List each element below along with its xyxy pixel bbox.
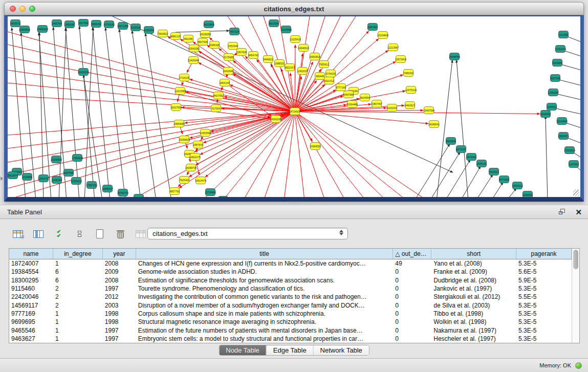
table-row[interactable]: 1456911722003Disruption of a novel membe… bbox=[9, 301, 572, 309]
network-node[interactable]: 7857224 bbox=[229, 28, 239, 35]
network-node[interactable]: 20206505 bbox=[51, 156, 61, 163]
network-node[interactable]: 1588520 bbox=[274, 59, 285, 67]
network-node[interactable]: 20364486 bbox=[347, 100, 357, 108]
network-node[interactable]: 1527602 bbox=[78, 19, 89, 27]
network-node[interactable]: 891295 bbox=[183, 35, 193, 42]
network-node[interactable]: 2367608 bbox=[236, 48, 247, 56]
column-header[interactable]: pagerank bbox=[516, 249, 572, 259]
network-node[interactable]: 9446821 bbox=[263, 55, 273, 63]
new-column-button[interactable] bbox=[93, 227, 106, 240]
network-node[interactable]: 10973403 bbox=[396, 55, 406, 63]
network-node[interactable]: 19654985 bbox=[174, 120, 184, 127]
network-node[interactable]: 16648784 bbox=[449, 53, 460, 60]
network-node[interactable]: 9860125 bbox=[170, 32, 181, 40]
delete-column-button[interactable] bbox=[114, 227, 127, 240]
network-node[interactable]: 20553819 bbox=[19, 26, 30, 33]
table-row[interactable]: 911546021997Tourette syndrome. Phenomeno… bbox=[9, 285, 572, 293]
column-header[interactable]: △ out_de… bbox=[393, 249, 431, 259]
network-node[interactable]: 9329960 bbox=[552, 59, 562, 67]
tab-node-table[interactable]: Node Table bbox=[219, 345, 267, 355]
network-node[interactable]: 20053346 bbox=[78, 68, 89, 76]
network-node[interactable]: 19166825 bbox=[179, 136, 189, 143]
network-node[interactable]: 15716485 bbox=[205, 188, 215, 196]
network-node[interactable]: 990448 bbox=[315, 72, 325, 80]
network-node[interactable]: 10654112 bbox=[512, 182, 522, 189]
network-node[interactable]: 16096541 bbox=[429, 120, 439, 128]
network-node[interactable]: 2493794 bbox=[52, 19, 62, 27]
network-node[interactable]: 9777169 bbox=[336, 83, 346, 91]
network-node[interactable]: 1167533 bbox=[569, 160, 579, 168]
network-node[interactable]: 15692971 bbox=[558, 132, 569, 140]
network-node[interactable]: 8813054 bbox=[269, 19, 279, 27]
close-panel-button[interactable]: ✕ bbox=[575, 208, 582, 216]
network-node[interactable]: 6879197 bbox=[456, 145, 466, 153]
network-node[interactable]: 2803144 bbox=[220, 79, 230, 86]
resize-grip[interactable] bbox=[573, 190, 579, 196]
network-node[interactable]: 18300295 bbox=[271, 115, 281, 123]
network-node[interactable]: 15497594 bbox=[424, 106, 434, 114]
network-node[interactable]: 6734028 bbox=[325, 70, 336, 77]
network-node[interactable]: 10653287 bbox=[64, 20, 75, 28]
network-node[interactable]: 1145194 bbox=[52, 176, 62, 184]
network-node[interactable]: 19218586 bbox=[281, 26, 291, 33]
network-node[interactable]: 7663822 bbox=[158, 30, 168, 37]
network-node[interactable]: 7632621 bbox=[489, 168, 499, 176]
network-node[interactable]: 7485063 bbox=[403, 69, 413, 77]
network-node[interactable]: 3913874 bbox=[8, 171, 18, 179]
network-node[interactable]: 8471626 bbox=[499, 176, 509, 183]
network-node[interactable]: 6497568 bbox=[343, 91, 354, 98]
network-node[interactable]: 16033809 bbox=[204, 20, 214, 28]
network-node-hub[interactable]: 18724007 bbox=[290, 107, 300, 115]
network-node[interactable]: 13325419 bbox=[290, 35, 300, 43]
table-select-dropdown[interactable]: citations_edges.txt bbox=[147, 228, 348, 239]
network-node[interactable]: 16671388 bbox=[118, 22, 128, 30]
network-node[interactable]: 22420046 bbox=[188, 56, 199, 64]
network-node[interactable]: 1621012 bbox=[324, 77, 334, 84]
column-header[interactable]: short bbox=[431, 249, 516, 259]
network-node[interactable]: 10719195 bbox=[104, 20, 114, 28]
network-node[interactable]: 917004 bbox=[211, 104, 221, 112]
network-node[interactable]: 9827508 bbox=[198, 38, 208, 46]
network-node[interactable]: 12213383 bbox=[175, 87, 185, 95]
table-row[interactable]: 1830029562008Estimation of significance … bbox=[9, 276, 572, 285]
network-node[interactable]: 7615526 bbox=[130, 24, 141, 31]
network-node[interactable]: 17359928 bbox=[72, 154, 82, 162]
table-row[interactable]: 946362711997Embryonic stem cells: a mode… bbox=[9, 335, 572, 343]
network-node[interactable]: 10543382 bbox=[189, 45, 199, 52]
table-row[interactable]: 969969511998Structural magnetic resonanc… bbox=[9, 318, 572, 326]
network-node[interactable]: 16640910 bbox=[298, 44, 309, 52]
network-node[interactable]: 8466160 bbox=[91, 20, 101, 28]
network-node[interactable]: 2687682 bbox=[367, 23, 378, 31]
table-row[interactable]: 946554611997Estimation of the future num… bbox=[9, 326, 572, 334]
network-node[interactable]: 9857791 bbox=[169, 187, 180, 195]
network-node[interactable]: 9405572 bbox=[10, 19, 20, 27]
network-node[interactable]: 15751074 bbox=[555, 45, 565, 53]
table-mode-button[interactable]: ⚙ bbox=[11, 227, 25, 240]
network-canvas[interactable]: 9405572205538192069140624937941065328715… bbox=[8, 16, 580, 197]
network-node[interactable]: 7625402 bbox=[179, 176, 189, 184]
network-node[interactable]: 16963824 bbox=[310, 53, 320, 60]
network-node[interactable]: 8938928 bbox=[446, 137, 456, 145]
network-node[interactable]: 8822037 bbox=[285, 63, 295, 71]
network-node[interactable]: 8215953 bbox=[540, 110, 551, 118]
column-header[interactable]: title bbox=[136, 249, 394, 259]
network-node[interactable]: 1587834 bbox=[193, 141, 203, 148]
network-node[interactable]: 20691406 bbox=[37, 25, 48, 33]
column-header[interactable]: name bbox=[9, 249, 53, 259]
network-node[interactable]: 16099708 bbox=[186, 164, 196, 171]
network-node[interactable]: 18107554 bbox=[171, 103, 181, 111]
network-node[interactable]: 3624554 bbox=[360, 94, 370, 101]
network-node[interactable]: 13342757 bbox=[38, 174, 49, 182]
table-row[interactable]: 2242004622012Investigating the contribut… bbox=[9, 293, 572, 301]
network-node[interactable]: 12975115 bbox=[406, 86, 416, 94]
column-header[interactable]: year bbox=[103, 249, 136, 259]
network-node[interactable]: 9097588 bbox=[63, 169, 74, 177]
network-node[interactable]: 16210643 bbox=[557, 117, 567, 125]
network-node[interactable]: 10958107 bbox=[102, 185, 113, 192]
network-node[interactable]: 9242848 bbox=[223, 67, 233, 75]
network-node[interactable]: 14822275 bbox=[190, 153, 200, 161]
float-panel-button[interactable] bbox=[559, 209, 566, 215]
tab-edge-table[interactable]: Edge Table bbox=[267, 345, 314, 355]
network-node[interactable]: 9245652 bbox=[522, 191, 533, 197]
network-node[interactable]: 1112386 bbox=[558, 31, 569, 38]
